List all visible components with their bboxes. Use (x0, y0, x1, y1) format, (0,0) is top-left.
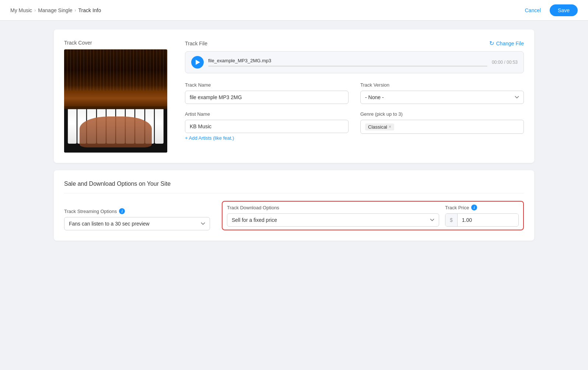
streaming-label-text: Track Streaming Options (64, 209, 117, 214)
track-price-label: Track Price i (445, 205, 519, 210)
options-row: Track Streaming Options i Fans can liste… (64, 201, 524, 230)
price-info-icon[interactable]: i (471, 205, 477, 210)
track-info-grid: Track Cover (64, 40, 524, 153)
audio-progress-bar[interactable] (208, 66, 487, 67)
header-actions: Cancel Save (520, 4, 578, 16)
download-options-group: Track Download Options Sell for a fixed … (227, 205, 439, 227)
track-info-card: Track Cover (54, 29, 534, 163)
breadcrumb: My Music › Manage Single › Track Info (10, 7, 101, 13)
genre-tag-label: Classical (368, 124, 387, 130)
audio-info: file_example_MP3_2MG.mp3 (208, 58, 487, 67)
track-cover-image[interactable] (64, 49, 167, 153)
download-options-select[interactable]: Sell for a fixed price Free Download No … (227, 213, 439, 227)
breadcrumb-manage-single[interactable]: Manage Single (38, 7, 72, 13)
artist-name-group: Artist Name + Add Artists (like feat.) (185, 111, 349, 141)
streaming-options-label: Track Streaming Options i (64, 208, 210, 214)
piano-frame (64, 91, 167, 106)
genre-tag-remove[interactable]: × (389, 124, 391, 129)
price-input-wrapper: $ (445, 213, 519, 227)
save-button[interactable]: Save (550, 4, 578, 16)
add-artists-button[interactable]: + Add Artists (like feat.) (185, 135, 234, 141)
track-name-version-row: Track Name Track Version - None - Origin… (185, 82, 524, 104)
genre-tag-classical: Classical × (365, 123, 394, 130)
download-options-label: Track Download Options (227, 205, 439, 210)
refresh-icon: ↻ (489, 40, 494, 47)
artist-genre-row: Artist Name + Add Artists (like feat.) G… (185, 111, 524, 141)
artist-name-label: Artist Name (185, 111, 349, 117)
genre-field[interactable]: Classical × (360, 120, 524, 134)
main-content: Track Cover (43, 21, 545, 249)
track-cover-label: Track Cover (64, 40, 167, 46)
download-price-highlight-box: Track Download Options Sell for a fixed … (222, 201, 524, 230)
track-file-header: Track File ↻ Change File (185, 40, 524, 47)
page-header: My Music › Manage Single › Track Info Ca… (0, 0, 588, 21)
sales-card: Sale and Download Options on Your Site T… (54, 170, 534, 241)
track-details-section: Track File ↻ Change File file_example_MP… (185, 40, 524, 153)
piano-hands (80, 116, 152, 147)
price-label-text: Track Price (445, 205, 469, 210)
cancel-button[interactable]: Cancel (520, 5, 545, 15)
streaming-options-group: Track Streaming Options i Fans can liste… (64, 208, 210, 230)
piano-key (68, 109, 77, 144)
change-file-button[interactable]: ↻ Change File (489, 40, 524, 47)
streaming-info-icon[interactable]: i (119, 208, 125, 214)
track-version-group: Track Version - None - Original Mix Radi… (360, 82, 524, 104)
download-select-wrapper: Sell for a fixed price Free Download No … (227, 213, 439, 227)
price-input[interactable] (458, 214, 518, 226)
download-label-text: Track Download Options (227, 205, 279, 210)
change-file-label: Change File (496, 41, 524, 46)
track-name-group: Track Name (185, 82, 349, 104)
artist-name-input[interactable] (185, 120, 349, 133)
track-file-label: Track File (185, 41, 207, 46)
breadcrumb-sep-1: › (34, 8, 36, 13)
breadcrumb-my-music[interactable]: My Music (10, 7, 32, 13)
streaming-options-select[interactable]: Fans can listen to a 30 sec preview Fans… (64, 217, 210, 230)
track-cover-section: Track Cover (64, 40, 167, 153)
genre-group: Genre (pick up to 3) Classical × (360, 111, 524, 141)
genre-label: Genre (pick up to 3) (360, 111, 524, 117)
piano-key (155, 109, 164, 144)
track-name-input[interactable] (185, 91, 349, 104)
piano-image (64, 49, 167, 153)
track-version-label: Track Version (360, 82, 524, 88)
track-price-group: Track Price i $ (445, 205, 519, 227)
sales-title: Sale and Download Options on Your Site (64, 181, 524, 193)
play-icon (196, 60, 200, 65)
track-version-select[interactable]: - None - Original Mix Radio Edit Extende… (360, 91, 524, 104)
breadcrumb-sep-2: › (75, 8, 76, 13)
play-button[interactable] (191, 56, 204, 69)
price-currency: $ (445, 214, 458, 226)
audio-filename: file_example_MP3_2MG.mp3 (208, 58, 487, 63)
audio-player: file_example_MP3_2MG.mp3 00:00 / 00:53 (185, 51, 524, 73)
audio-time: 00:00 / 00:53 (492, 60, 518, 65)
track-name-label: Track Name (185, 82, 349, 88)
breadcrumb-track-info: Track Info (78, 7, 101, 13)
streaming-select-wrapper: Fans can listen to a 30 sec preview Fans… (64, 217, 210, 230)
